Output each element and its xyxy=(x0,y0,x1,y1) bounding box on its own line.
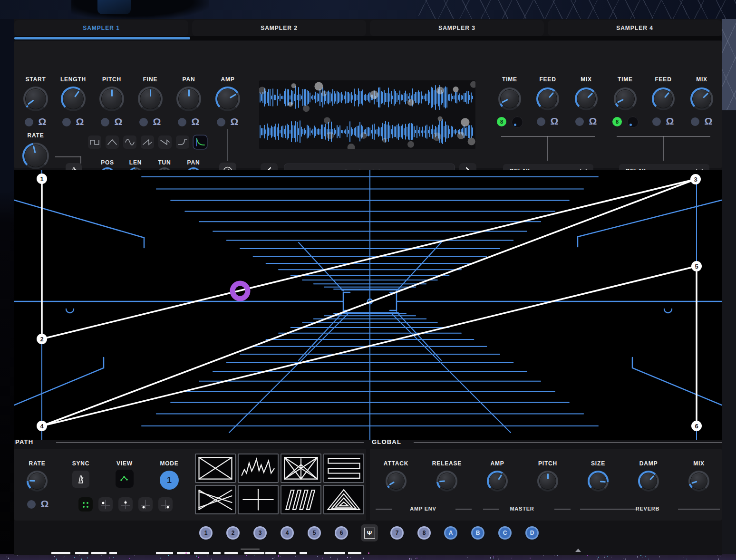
fx2-knob-time[interactable] xyxy=(614,87,637,110)
mod-range-icon[interactable]: Ω xyxy=(152,116,162,127)
tab-sampler-3[interactable]: SAMPLER 3 xyxy=(370,20,544,36)
path-node-1[interactable]: 1 xyxy=(37,174,47,184)
path-mode-button[interactable]: 1 xyxy=(160,471,179,490)
star xyxy=(93,555,93,556)
fx1-knob-time[interactable] xyxy=(498,87,521,110)
bank-button-C[interactable]: C xyxy=(498,526,512,540)
psi-random-button[interactable]: Ψ xyxy=(361,524,378,541)
waveshape-ramp-up-button[interactable] xyxy=(141,135,154,149)
mod-range-icon[interactable]: Ω xyxy=(39,498,50,510)
waveshape-triangle-button[interactable] xyxy=(106,135,119,149)
tab-sampler-4[interactable]: SAMPLER 4 xyxy=(548,20,722,36)
step-button-4[interactable]: 4 xyxy=(281,526,294,540)
star xyxy=(648,559,649,560)
knob-pitch[interactable] xyxy=(99,87,124,111)
zigzag-pattern-icon xyxy=(240,455,277,481)
waveshape-sine-button[interactable] xyxy=(123,135,136,149)
bank-button-B[interactable]: B xyxy=(471,526,484,540)
mod-source-button[interactable] xyxy=(691,117,699,126)
fx1-knob-feed[interactable] xyxy=(536,87,559,110)
position-button-dot-top-left[interactable] xyxy=(98,497,113,512)
mod-source-button[interactable] xyxy=(217,118,225,126)
bank-button-A[interactable]: A xyxy=(444,526,457,540)
global-knob-mix[interactable] xyxy=(688,471,709,492)
mod-source-button[interactable] xyxy=(25,118,33,126)
sync-badge[interactable]: 8 xyxy=(612,117,622,126)
global-knob-pitch[interactable] xyxy=(537,471,558,492)
step-button-2[interactable]: 2 xyxy=(226,526,240,540)
star xyxy=(54,556,55,557)
pattern-preset-tri-spiral[interactable] xyxy=(323,485,364,514)
mod-range-icon[interactable]: Ω xyxy=(588,116,598,127)
path-node-5[interactable]: 5 xyxy=(691,261,702,271)
knob-pan[interactable] xyxy=(176,87,201,111)
mod-range-icon[interactable]: Ω xyxy=(113,116,124,127)
step-button-1[interactable]: 1 xyxy=(199,526,213,540)
sync-badge[interactable]: 8 xyxy=(497,117,506,126)
global-knob-damp[interactable] xyxy=(638,471,659,492)
knob-start[interactable] xyxy=(23,87,48,111)
knob-fine[interactable] xyxy=(138,87,163,111)
path-node-4[interactable]: 4 xyxy=(37,421,47,431)
path-rate-knob[interactable] xyxy=(27,471,48,492)
waveshape-exp-button[interactable] xyxy=(176,135,189,149)
pattern-preset-bowtie[interactable] xyxy=(195,454,236,483)
mod-source-button[interactable] xyxy=(139,118,148,126)
pattern-preset-multi-cross[interactable] xyxy=(195,485,236,514)
star xyxy=(498,559,499,560)
knob-rate[interactable] xyxy=(22,143,49,169)
knob-length[interactable] xyxy=(61,87,86,111)
mod-range-icon[interactable]: Ω xyxy=(549,116,560,127)
waveshape-ramp-down-button[interactable] xyxy=(158,135,172,149)
position-button-corners-grid[interactable] xyxy=(78,497,93,512)
mod-source-button[interactable] xyxy=(537,117,545,126)
position-button-dot-bottom-left[interactable] xyxy=(138,497,153,512)
mod-range-icon[interactable]: Ω xyxy=(190,116,201,127)
pattern-preset-butterfly[interactable] xyxy=(281,454,321,483)
position-button-dot-bottom-right[interactable] xyxy=(158,497,173,512)
step-button-6[interactable]: 6 xyxy=(335,526,348,540)
mod-range-icon[interactable]: Ω xyxy=(37,116,48,127)
fx2-knob-feed[interactable] xyxy=(652,87,675,110)
path-node-3[interactable]: 3 xyxy=(690,174,701,184)
mod-source-button[interactable] xyxy=(178,118,186,126)
mod-range-icon[interactable]: Ω xyxy=(665,116,675,127)
tab-sampler-2[interactable]: SAMPLER 2 xyxy=(192,20,366,36)
pattern-preset-serpentine[interactable] xyxy=(323,454,364,483)
pattern-preset-cross[interactable] xyxy=(238,485,279,514)
path-sync-button[interactable] xyxy=(72,471,89,488)
waveshape-square-button[interactable] xyxy=(88,135,101,149)
step-button-8[interactable]: 8 xyxy=(417,526,431,540)
mod-range-icon[interactable]: Ω xyxy=(75,116,85,127)
xy-path-visualization[interactable]: 123456 xyxy=(14,170,722,440)
waveshape-env-decay-button[interactable] xyxy=(194,135,207,149)
step-button-7[interactable]: 7 xyxy=(390,526,404,540)
mod-source-button[interactable] xyxy=(62,118,71,126)
position-button-dot-top-center[interactable] xyxy=(118,497,133,512)
mod-source-button[interactable] xyxy=(575,117,584,126)
tab-sampler-1[interactable]: SAMPLER 1 xyxy=(14,20,188,36)
fx1-knob-mix[interactable] xyxy=(575,87,598,110)
mod-knob-icon[interactable] xyxy=(512,116,523,128)
mod-source-button[interactable] xyxy=(27,500,36,509)
step-button-3[interactable]: 3 xyxy=(253,526,267,540)
step-button-5[interactable]: 5 xyxy=(308,526,321,540)
path-view-button[interactable] xyxy=(116,470,134,488)
path-node-2[interactable]: 2 xyxy=(37,334,47,344)
mod-knob-icon[interactable] xyxy=(627,116,639,128)
pattern-preset-slats[interactable] xyxy=(281,485,321,514)
mod-source-button[interactable] xyxy=(652,117,661,126)
global-knob-size[interactable] xyxy=(588,471,609,492)
knob-amp[interactable] xyxy=(215,87,240,111)
bank-button-D[interactable]: D xyxy=(525,526,539,540)
mod-range-icon[interactable]: Ω xyxy=(703,116,714,127)
pattern-preset-zigzag[interactable] xyxy=(238,454,279,483)
waveform-display[interactable] xyxy=(259,80,475,149)
fx2-knob-mix[interactable] xyxy=(690,87,713,110)
mod-range-icon[interactable]: Ω xyxy=(229,116,240,127)
global-knob-amp[interactable] xyxy=(487,471,508,492)
global-knob-release[interactable] xyxy=(436,471,457,492)
mod-source-button[interactable] xyxy=(101,118,109,126)
global-knob-attack[interactable] xyxy=(386,471,407,492)
path-node-6[interactable]: 6 xyxy=(691,421,702,431)
